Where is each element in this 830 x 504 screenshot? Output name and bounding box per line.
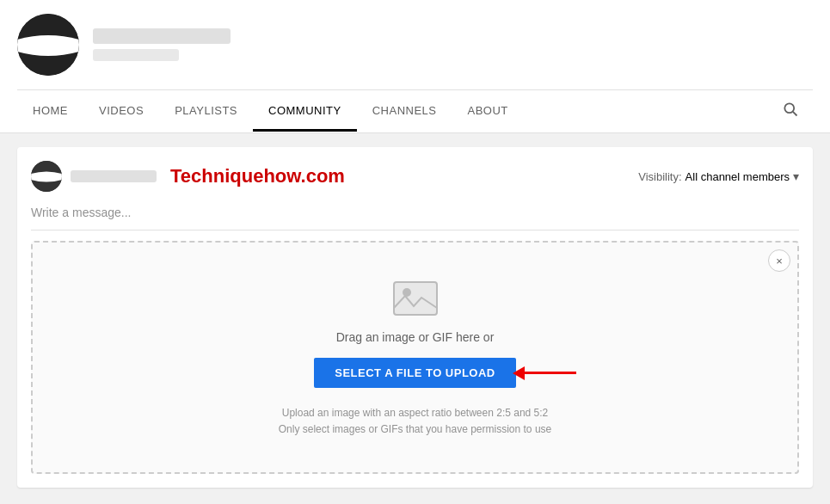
composer-avatar-graphic: [31, 161, 62, 192]
composer-name-blur: [71, 170, 157, 182]
channel-header: HOME VIDEOS PLAYLISTS COMMUNITY CHANNELS…: [0, 0, 830, 133]
watermark: Techniquehow.com: [170, 165, 345, 187]
tab-videos[interactable]: VIDEOS: [83, 92, 159, 132]
arrow-annotation: [513, 366, 576, 380]
tab-channels[interactable]: CHANNELS: [357, 92, 452, 132]
svg-rect-4: [394, 282, 437, 315]
select-file-button[interactable]: SELECT A FILE TO UPLOAD: [314, 358, 516, 388]
upload-hint-line1: Upload an image with an aspect ratio bet…: [282, 407, 549, 419]
image-placeholder-icon: [393, 277, 438, 320]
drag-text: Drag an image or GIF here or: [336, 330, 495, 344]
svg-point-5: [403, 288, 411, 297]
tab-playlists[interactable]: PLAYLISTS: [159, 92, 253, 132]
avatar-graphic: [17, 14, 79, 76]
channel-sub-blur: [93, 49, 179, 61]
channel-nav: HOME VIDEOS PLAYLISTS COMMUNITY CHANNELS…: [17, 89, 813, 132]
tab-about[interactable]: ABOUT: [452, 92, 524, 132]
upload-hint-line2: Only select images or GIFs that you have…: [279, 423, 551, 435]
visibility-dropdown[interactable]: Visibility: All channel members ▾: [638, 169, 799, 183]
select-file-btn-wrapper: SELECT A FILE TO UPLOAD: [314, 358, 516, 388]
write-message-placeholder[interactable]: Write a message...: [31, 202, 799, 230]
channel-avatar: [17, 14, 79, 76]
upload-drop-zone[interactable]: × Drag an image or GIF here or SELECT A …: [31, 241, 799, 474]
tab-home[interactable]: HOME: [17, 92, 83, 132]
post-composer: Techniquehow.com Visibility: All channel…: [17, 147, 813, 488]
channel-name-blur: [93, 28, 231, 44]
tab-community[interactable]: COMMUNITY: [253, 92, 357, 132]
arrow-head: [513, 366, 525, 380]
chevron-down-icon: ▾: [793, 169, 799, 183]
visibility-label: Visibility:: [638, 170, 681, 183]
arrow-shaft: [525, 372, 576, 374]
composer-avatar: [31, 161, 62, 192]
search-icon[interactable]: [768, 90, 813, 132]
composer-name-area: [71, 170, 157, 182]
svg-line-2: [793, 112, 797, 116]
close-button[interactable]: ×: [768, 249, 790, 272]
visibility-value: All channel members: [686, 170, 790, 183]
upload-hint: Upload an image with an aspect ratio bet…: [279, 405, 551, 438]
image-icon: [393, 277, 438, 317]
svg-point-1: [784, 103, 794, 113]
channel-info: [17, 14, 813, 86]
main-content: Techniquehow.com Visibility: All channel…: [0, 133, 830, 501]
composer-top: Techniquehow.com Visibility: All channel…: [31, 161, 799, 192]
channel-name-area: [93, 28, 231, 61]
